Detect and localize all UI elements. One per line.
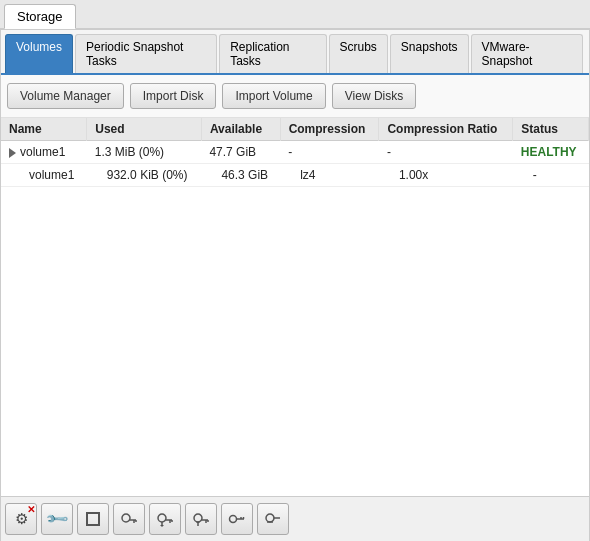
footer-toolbar: ⚙ ✕ 🔧 xyxy=(1,496,589,541)
status-button[interactable] xyxy=(77,503,109,535)
cell-compression-ratio: 1.00x xyxy=(379,164,513,187)
cell-status: - xyxy=(513,164,589,187)
svg-point-16 xyxy=(230,516,237,523)
cell-compression: lz4 xyxy=(280,164,379,187)
table-row[interactable]: volume1 932.0 KiB (0%) 46.3 GiB lz4 1.00… xyxy=(1,164,589,187)
view-disks-button[interactable]: View Disks xyxy=(332,83,416,109)
svg-point-4 xyxy=(158,514,166,522)
col-name: Name xyxy=(1,118,87,141)
svg-marker-9 xyxy=(160,525,164,527)
col-status: Status xyxy=(513,118,589,141)
col-used: Used xyxy=(87,118,202,141)
nav-tabs: Volumes Periodic Snapshot Tasks Replicat… xyxy=(1,30,589,75)
delete-button[interactable]: ⚙ ✕ xyxy=(5,503,37,535)
cell-name: volume1 xyxy=(1,164,87,187)
storage-page-tab[interactable]: Storage xyxy=(4,4,76,29)
cell-name: volume1 xyxy=(1,141,87,164)
tab-replication-tasks[interactable]: Replication Tasks xyxy=(219,34,326,73)
svg-point-0 xyxy=(122,514,130,522)
volumes-table-container: Name Used Available Compression Compress… xyxy=(1,118,589,496)
key-up-icon xyxy=(192,510,210,528)
main-content: Volumes Periodic Snapshot Tasks Replicat… xyxy=(0,29,590,541)
svg-point-20 xyxy=(266,514,274,522)
tab-vmware-snapshot[interactable]: VMware-Snapshot xyxy=(471,34,583,73)
volumes-table: Name Used Available Compression Compress… xyxy=(1,118,589,187)
detach-button[interactable]: 🔧 xyxy=(41,503,73,535)
cell-status: HEALTHY xyxy=(513,141,589,164)
toolbar: Volume Manager Import Disk Import Volume… xyxy=(1,75,589,118)
volume-manager-button[interactable]: Volume Manager xyxy=(7,83,124,109)
key-minus-icon xyxy=(264,510,282,528)
page-tab-bar: Storage xyxy=(0,0,590,29)
import-disk-button[interactable]: Import Disk xyxy=(130,83,217,109)
col-compression-ratio: Compression Ratio xyxy=(379,118,513,141)
tab-volumes[interactable]: Volumes xyxy=(5,34,73,73)
tab-scrubs[interactable]: Scrubs xyxy=(329,34,388,73)
tab-periodic-snapshot-tasks[interactable]: Periodic Snapshot Tasks xyxy=(75,34,217,73)
import-volume-button[interactable]: Import Volume xyxy=(222,83,325,109)
svg-point-10 xyxy=(194,514,202,522)
cell-available: 46.3 GiB xyxy=(201,164,280,187)
key-down-icon xyxy=(156,510,174,528)
key1-button[interactable] xyxy=(113,503,145,535)
key-icon xyxy=(120,510,138,528)
key-horizontal-icon xyxy=(228,510,246,528)
cell-compression: - xyxy=(280,141,379,164)
cell-available: 47.7 GiB xyxy=(201,141,280,164)
table-header-row: Name Used Available Compression Compress… xyxy=(1,118,589,141)
key3-button[interactable] xyxy=(185,503,217,535)
status-badge: HEALTHY xyxy=(521,145,577,159)
gear-icon: ⚙ xyxy=(15,510,28,528)
red-x-icon: ✕ xyxy=(27,505,35,515)
expand-icon xyxy=(9,148,16,158)
tab-snapshots[interactable]: Snapshots xyxy=(390,34,469,73)
col-compression: Compression xyxy=(280,118,379,141)
col-available: Available xyxy=(201,118,280,141)
wrench-icon: 🔧 xyxy=(44,506,70,532)
key5-button[interactable] xyxy=(257,503,289,535)
square-icon xyxy=(86,512,100,526)
cell-used: 1.3 MiB (0%) xyxy=(87,141,202,164)
key4-button[interactable] xyxy=(221,503,253,535)
cell-compression-ratio: - xyxy=(379,141,513,164)
cell-used: 932.0 KiB (0%) xyxy=(87,164,202,187)
table-row[interactable]: volume1 1.3 MiB (0%) 47.7 GiB - - HEALTH… xyxy=(1,141,589,164)
key2-button[interactable] xyxy=(149,503,181,535)
